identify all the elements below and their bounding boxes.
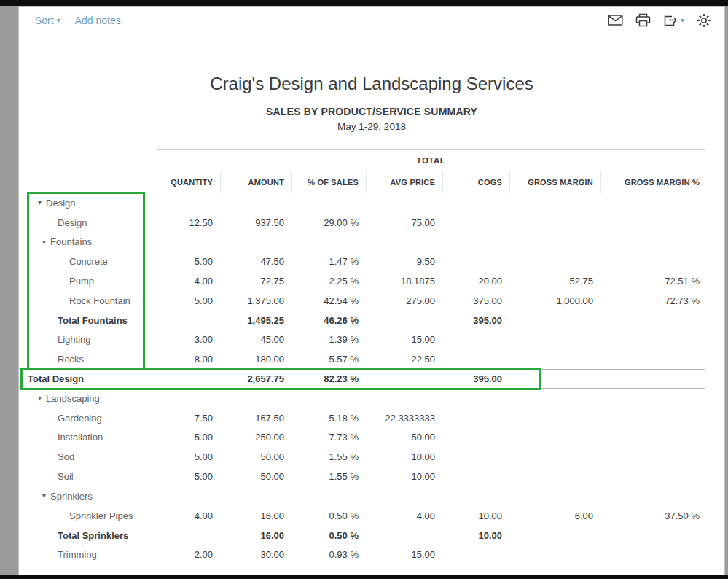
sort-button[interactable]: Sort ▾ (35, 15, 60, 26)
window-frame-left (0, 6, 18, 575)
cell-of-sales: 5.57 % (291, 354, 366, 365)
header-spacer (23, 149, 157, 171)
print-icon[interactable] (635, 13, 651, 27)
chevron-down-icon: ▾ (57, 17, 60, 24)
cell-amount: 250.00 (220, 432, 291, 443)
cell-avg-price: 10.00 (366, 451, 442, 462)
cell-of-sales: 1.55 % (291, 451, 366, 462)
report-table: TOTAL QUANTITYAMOUNT% OF SALESAVG PRICEC… (23, 149, 705, 564)
row-group-label[interactable]: ▾Fountains (23, 236, 157, 247)
cell-avg-price: 10.00 (366, 471, 442, 482)
row-group-label[interactable]: ▾Design (23, 198, 157, 209)
column-header-amount[interactable]: AMOUNT (220, 171, 291, 193)
column-header-of-sales[interactable]: % OF SALES (291, 171, 366, 193)
cell-gross-margin: 37.50 % (600, 510, 707, 521)
cell-of-sales: 46.26 % (291, 315, 366, 326)
row-label-text: Landscaping (46, 393, 100, 404)
cell-amount: 50.00 (220, 471, 291, 482)
chevron-down-icon[interactable]: ▾ (681, 17, 684, 24)
row-label-text: Design (58, 217, 87, 228)
cell-quantity: 5.00 (157, 295, 220, 306)
cell-avg-price: 22.50 (366, 354, 442, 365)
column-header-gross-margin[interactable]: GROSS MARGIN % (600, 171, 707, 193)
cell-avg-price: 15.00 (366, 549, 442, 560)
cell-gross-margin: 1,000.00 (509, 295, 600, 306)
row-label-text: Sprinklers (50, 491, 93, 502)
row-label-text: Rock Fountain (69, 295, 130, 306)
row-label-text: Total Sprinklers (58, 530, 128, 541)
cell-quantity: 2.00 (157, 549, 220, 560)
row-label: Installation (23, 432, 157, 443)
sort-label: Sort (35, 15, 54, 26)
cell-avg-price: 15.00 (366, 334, 442, 345)
table-body: ▾DesignDesign12.50937.5029.00 %75.00▾Fou… (23, 193, 705, 564)
cell-quantity: 5.00 (157, 471, 220, 482)
cell-gross-margin: 6.00 (509, 510, 600, 521)
cell-amount: 180.00 (220, 354, 291, 365)
toolbar: Sort ▾ Add notes (19, 7, 724, 34)
table-row-concrete: Concrete5.0047.501.47 %9.50 (23, 252, 705, 271)
row-label: Concrete (23, 256, 157, 267)
row-label-text: Concrete (69, 256, 108, 267)
table-row-pump: Pump4.0072.752.25 %18.187520.0052.7572.5… (23, 271, 705, 291)
cell-of-sales: 1.39 % (291, 334, 366, 345)
export-icon[interactable]: ▾ (663, 14, 684, 27)
cell-amount: 1,495.25 (220, 315, 291, 326)
cell-avg-price: 275.00 (366, 295, 442, 306)
table-row-total-fountains: Total Fountains1,495.2546.26 %395.00 (23, 311, 705, 330)
cell-quantity: 7.50 (157, 413, 220, 424)
cell-quantity: 5.00 (157, 256, 220, 267)
table-row-lighting: Lighting3.0045.001.39 %15.00 (23, 330, 705, 350)
row-label: Rocks (23, 354, 157, 365)
row-label-text: Rocks (58, 354, 84, 365)
collapse-triangle-icon[interactable]: ▾ (38, 199, 42, 206)
cell-quantity: 8.00 (157, 354, 220, 365)
column-header-row: QUANTITYAMOUNT% OF SALESAVG PRICECOGSGRO… (23, 171, 705, 193)
row-label: Pump (23, 276, 157, 287)
table-row-sprinkler-pipes: Sprinkler Pipes4.0016.000.50 %4.0010.006… (23, 506, 705, 526)
table-row-landscaping: ▾Landscaping (23, 389, 705, 408)
cell-of-sales: 0.93 % (291, 549, 366, 560)
gear-icon[interactable] (697, 13, 711, 28)
column-header-cogs[interactable]: COGS (442, 171, 509, 193)
collapse-triangle-icon[interactable]: ▾ (42, 492, 46, 500)
row-label: Trimming (23, 549, 157, 560)
cell-gross-margin: 52.75 (509, 276, 600, 287)
add-notes-button[interactable]: Add notes (75, 15, 121, 26)
row-label-text: Total Design (28, 373, 84, 384)
cell-cogs: 10.00 (442, 510, 509, 521)
column-header-quantity[interactable]: QUANTITY (157, 171, 220, 193)
cell-quantity: 4.00 (157, 510, 220, 521)
column-header-gross-margin[interactable]: GROSS MARGIN (509, 171, 600, 193)
cell-of-sales: 2.25 % (291, 276, 366, 287)
row-label: Sod (23, 451, 157, 462)
row-label-text: Trimming (58, 549, 97, 560)
collapse-triangle-icon[interactable]: ▾ (38, 395, 42, 402)
cell-cogs: 375.00 (442, 295, 509, 306)
cell-cogs: 10.00 (442, 530, 509, 541)
cell-of-sales: 1.55 % (291, 471, 366, 482)
cell-avg-price: 18.1875 (366, 276, 442, 287)
row-label: Total Fountains (23, 315, 157, 326)
cell-avg-price: 75.00 (366, 217, 442, 228)
row-label-text: Pump (69, 276, 94, 287)
cell-quantity: 4.00 (157, 276, 220, 287)
row-label: Total Design (23, 373, 157, 384)
cell-avg-price: 50.00 (366, 432, 442, 443)
row-label: Sprinkler Pipes (23, 510, 157, 521)
collapse-triangle-icon[interactable]: ▾ (42, 238, 46, 246)
total-header-row: TOTAL (23, 149, 705, 171)
row-label-text: Sod (58, 451, 74, 462)
email-icon[interactable] (608, 14, 623, 26)
cell-avg-price: 22.3333333 (366, 413, 442, 424)
table-row-fountains: ▾Fountains (23, 233, 705, 252)
table-row-design: ▾Design (23, 193, 705, 213)
cell-quantity: 12.50 (157, 217, 220, 228)
report-date-range: May 1-29, 2018 (19, 121, 724, 132)
row-label-text: Lighting (58, 334, 91, 345)
column-header-avg-price[interactable]: AVG PRICE (366, 171, 442, 193)
row-label: Soil (23, 471, 157, 482)
row-group-label[interactable]: ▾Sprinklers (23, 491, 157, 502)
row-group-label[interactable]: ▾Landscaping (23, 393, 157, 404)
row-label-text: Design (46, 198, 75, 209)
